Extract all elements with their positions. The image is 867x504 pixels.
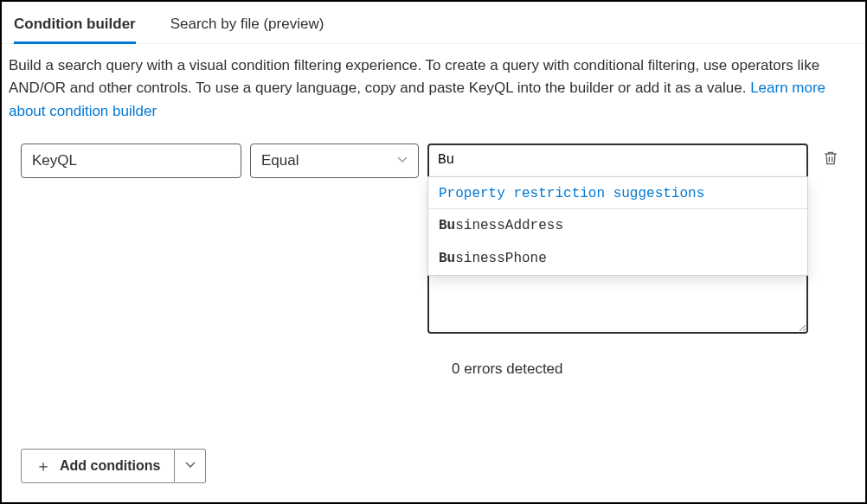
description-text: Build a search query with a visual condi… bbox=[2, 44, 865, 123]
suggestion-item[interactable]: BusinessAddress bbox=[428, 209, 807, 242]
suggestions-dropdown: Property restriction suggestions Busines… bbox=[427, 176, 808, 276]
suggestion-item[interactable]: BusinessPhone bbox=[428, 242, 807, 275]
add-conditions-menu-button[interactable] bbox=[175, 449, 206, 483]
add-conditions-label: Add conditions bbox=[60, 458, 160, 474]
delete-condition-button[interactable] bbox=[822, 144, 839, 170]
suggestion-match: Bu bbox=[439, 218, 455, 233]
tabs: Condition builder Search by file (previe… bbox=[2, 2, 865, 44]
field-dropdown-value: KeyQL bbox=[32, 152, 77, 169]
chevron-down-icon bbox=[185, 459, 196, 473]
value-wrap: Bu Property restriction suggestions Busi… bbox=[427, 144, 808, 336]
description-body: Build a search query with a visual condi… bbox=[9, 57, 819, 96]
chevron-down-icon bbox=[397, 155, 408, 168]
operator-dropdown-value: Equal bbox=[261, 152, 299, 169]
plus-icon: ＋ bbox=[35, 456, 51, 476]
condition-row: KeyQL Equal Bu Property restriction sugg… bbox=[2, 123, 865, 336]
suggestion-match: Bu bbox=[439, 251, 455, 266]
suggestion-rest: sinessAddress bbox=[455, 218, 563, 233]
add-conditions-split-button: ＋ Add conditions bbox=[21, 449, 206, 483]
tab-search-by-file[interactable]: Search by file (preview) bbox=[170, 10, 324, 44]
field-dropdown[interactable]: KeyQL bbox=[21, 144, 241, 178]
add-conditions-button[interactable]: ＋ Add conditions bbox=[21, 449, 175, 483]
operator-dropdown[interactable]: Equal bbox=[250, 144, 419, 178]
errors-detected: 0 errors detected bbox=[2, 336, 865, 378]
suggestion-rest: sinessPhone bbox=[455, 251, 547, 266]
trash-icon bbox=[822, 156, 839, 170]
tab-condition-builder[interactable]: Condition builder bbox=[14, 10, 136, 44]
suggestions-header: Property restriction suggestions bbox=[428, 177, 807, 209]
